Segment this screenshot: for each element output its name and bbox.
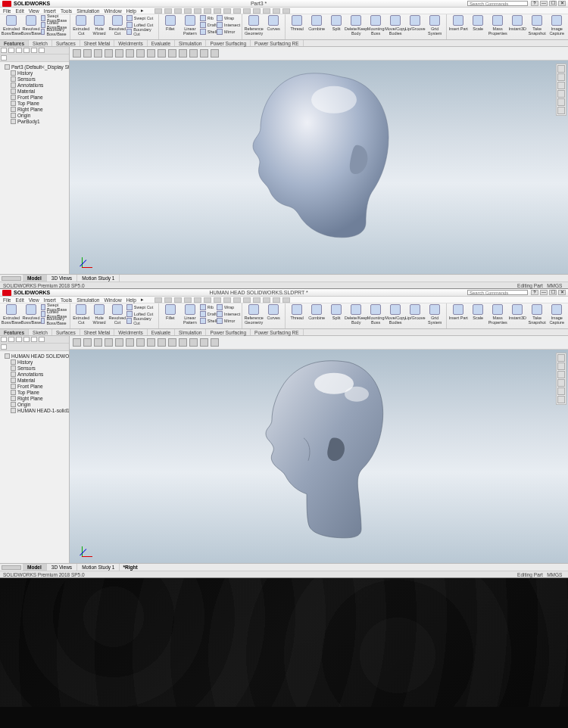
model-head[interactable] [220,347,417,544]
tree-node[interactable]: PwrBody1 [2,118,67,124]
command-tab[interactable]: Sheet Metal [80,40,115,46]
command-tab[interactable]: Evaluate [148,329,175,335]
qat-button-icon[interactable] [164,297,172,303]
task-pane-tab-icon[interactable] [557,82,565,89]
tree-node[interactable]: Origin [2,401,67,407]
panel-tab-icon[interactable] [31,337,37,342]
ribbon-button[interactable]: Mounting Boss [366,14,385,39]
ribbon-button[interactable]: Hole Wizard [90,14,108,39]
ribbon-button[interactable]: Move/Copy Bodies [385,303,405,328]
qat-button-icon[interactable] [174,297,182,303]
view-tool-icon[interactable] [83,49,92,58]
graphics-viewport[interactable] [70,336,568,563]
filter-icon[interactable] [1,55,7,61]
ribbon-button[interactable]: Split [326,303,346,328]
tree-node[interactable]: Sensors [2,76,67,82]
ribbon-button[interactable]: Extruded Cut [72,14,90,39]
ribbon-button[interactable]: Delete/Keep Body [346,303,366,328]
tree-node[interactable]: Right Plane [2,106,67,112]
ribbon-button[interactable]: Scale [468,303,488,328]
menu-item[interactable]: Insert [44,8,56,14]
view-tool-icon[interactable] [136,338,145,347]
ribbon-button[interactable]: Extruded Boss/Base [2,14,21,39]
ribbon-small-button[interactable]: Draft [200,310,217,317]
tree-node[interactable]: Top Plane [2,389,67,395]
menu-item[interactable]: Tools [61,297,72,303]
view-tool-icon[interactable] [189,338,198,347]
bottom-tab[interactable]: Model [23,275,47,282]
view-tool-icon[interactable] [147,338,155,347]
qat-button-icon[interactable] [233,297,241,303]
qat-button-icon[interactable] [184,297,192,303]
command-tab[interactable]: Power Surfacing RE [251,40,304,46]
h-scrollbar[interactable] [2,565,21,570]
ribbon-button[interactable]: Fillet [161,14,180,39]
tree-node[interactable]: Front Plane [2,383,67,389]
ribbon-button[interactable]: Mounting Boss [366,303,385,328]
qat-button-icon[interactable] [253,8,261,14]
graphics-viewport[interactable] [70,47,568,274]
ribbon-button[interactable]: Insert Part [448,14,468,39]
ribbon-button[interactable]: Curves [264,303,283,328]
ribbon-button[interactable]: Revolved Cut [108,303,126,328]
view-tool-icon[interactable] [179,338,187,347]
tree-node[interactable]: Front Plane [2,94,67,100]
view-tool-icon[interactable] [105,49,113,58]
arrow-icon[interactable]: ▸ [141,297,144,303]
bottom-tab[interactable]: Motion Study 1 [77,564,120,571]
view-tool-icon[interactable] [73,338,81,347]
view-tool-icon[interactable] [136,49,145,58]
panel-tab-icon[interactable] [16,48,22,53]
qat-button-icon[interactable] [263,297,270,303]
ribbon-small-button[interactable]: Intersect [217,21,240,28]
panel-tab-icon[interactable] [39,337,45,342]
tree-node[interactable]: Material [2,88,67,94]
qat-button-icon[interactable] [214,8,221,14]
task-pane-tab-icon[interactable] [557,354,565,362]
orientation-triad[interactable] [76,542,91,557]
tree-node[interactable]: Annotations [2,371,67,377]
menu-item[interactable]: View [29,297,39,303]
search-commands-input[interactable] [467,1,528,6]
filter-icon[interactable] [1,344,7,350]
command-tab[interactable]: Features [0,40,29,46]
model-head[interactable] [220,58,417,255]
task-pane-tab-icon[interactable] [557,387,565,395]
tree-node[interactable]: Sensors [2,365,67,371]
panel-tab-icon[interactable] [16,337,22,342]
ribbon-small-button[interactable]: Rib [200,303,217,310]
view-tool-icon[interactable] [200,338,208,347]
h-scrollbar[interactable] [2,276,21,281]
ribbon-small-button[interactable]: Swept Cut [126,303,157,310]
tree-node[interactable]: Top Plane [2,100,67,106]
qat-button-icon[interactable] [282,297,290,303]
menu-item[interactable]: Edit [15,297,23,303]
menu-item[interactable]: View [29,8,39,14]
menu-item[interactable]: Insert [44,297,56,303]
command-tab[interactable]: Sketch [29,40,52,46]
bottom-tab[interactable]: 3D Views [47,275,77,282]
minimize-icon[interactable]: — [540,1,548,6]
help-icon[interactable]: ? [531,290,538,295]
qat-button-icon[interactable] [273,297,280,303]
panel-tab-icon[interactable] [39,48,45,53]
ribbon-button[interactable]: Reference Geometry [244,303,264,328]
ribbon-small-button[interactable]: Boundary Boss/Base [41,317,68,324]
view-tool-icon[interactable] [105,338,113,347]
view-tool-icon[interactable] [168,338,176,347]
ribbon-small-button[interactable]: Boundary Cut [126,317,157,324]
ribbon-small-button[interactable]: Boundary Cut [126,28,157,35]
qat-button-icon[interactable] [243,297,251,303]
qat-button-icon[interactable] [223,297,231,303]
command-tab[interactable]: Features [0,329,29,335]
ribbon-button[interactable]: Split [326,14,346,39]
close-icon[interactable]: ✕ [558,290,566,295]
ribbon-button[interactable]: Move/Copy Bodies [385,14,405,39]
view-tool-icon[interactable] [158,338,166,347]
ribbon-button[interactable]: Mass Properties [488,303,507,328]
qat-button-icon[interactable] [154,297,162,303]
menu-item[interactable]: File [3,8,11,14]
qat-button-icon[interactable] [184,8,192,14]
ribbon-button[interactable]: Thread [287,14,307,39]
tree-node[interactable]: HUMAN HEAD-1-solid1 [2,407,67,413]
